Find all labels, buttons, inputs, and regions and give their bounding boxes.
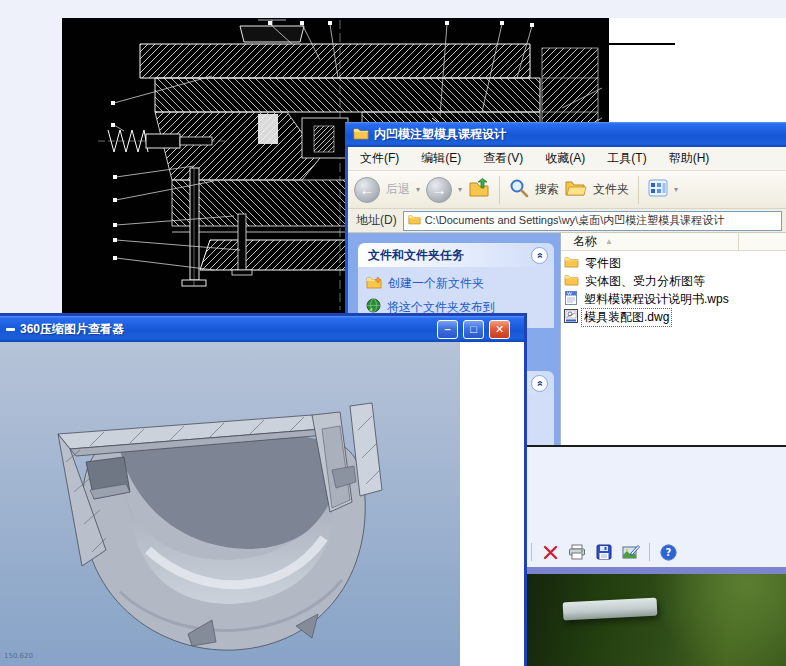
svg-text:?: ? xyxy=(665,547,671,558)
picture-viewer-toolbar: ? xyxy=(527,539,786,565)
file-tasks-header[interactable]: 文件和文件夹任务 » xyxy=(358,243,554,267)
folders-label[interactable]: 文件夹 xyxy=(593,181,629,198)
viewer-status-text: 150.620 xyxy=(4,652,33,660)
photo-object xyxy=(563,598,658,621)
name-column-header[interactable]: 名称 ▲ xyxy=(561,233,739,250)
viewer360-title: 360压缩图片查看器 xyxy=(20,321,432,338)
back-label: 后退 xyxy=(386,181,410,198)
viewer360-titlebar[interactable]: 360压缩图片查看器 – □ ✕ xyxy=(0,316,524,342)
new-folder-icon xyxy=(366,276,382,292)
viewer360-client: 150.620 xyxy=(0,342,524,666)
folder-icon xyxy=(564,256,579,271)
explorer-file-list: 名称 ▲ 零件图 实体图、受力分析图等 xyxy=(560,233,786,447)
explorer-title: 内凹模注塑模具课程设计 xyxy=(374,126,782,143)
file-tasks-title: 文件和文件夹任务 xyxy=(368,247,464,264)
address-path: C:\Documents and Settings\wy\桌面\内凹模注塑模具课… xyxy=(425,213,725,228)
picture-viewer-divider xyxy=(527,567,786,574)
menu-view[interactable]: 查看(V) xyxy=(483,150,523,167)
up-folder-button[interactable] xyxy=(468,178,490,201)
edit-image-button[interactable] xyxy=(622,543,640,561)
folders-icon[interactable] xyxy=(565,179,587,200)
wps-document-icon xyxy=(564,291,578,308)
address-label: 地址(D) xyxy=(356,212,397,229)
explorer-titlebar[interactable]: 内凹模注塑模具课程设计 xyxy=(345,122,786,147)
picture-viewer-window: ? xyxy=(527,445,786,666)
photo-content xyxy=(527,574,786,666)
folder-icon xyxy=(564,274,579,289)
dwg-drawing-icon xyxy=(564,309,578,326)
file-row-dwg-selected[interactable]: 模具装配图.dwg xyxy=(561,308,786,326)
back-dropdown-icon[interactable]: ▾ xyxy=(416,185,420,194)
toolbar-separator xyxy=(649,543,650,561)
menu-file[interactable]: 文件(F) xyxy=(360,150,399,167)
help-button[interactable]: ? xyxy=(659,543,677,561)
app-icon xyxy=(6,328,15,331)
search-icon[interactable] xyxy=(509,178,529,201)
back-button[interactable]: ← xyxy=(354,177,380,203)
close-button[interactable]: ✕ xyxy=(489,320,510,339)
menu-edit[interactable]: 编辑(E) xyxy=(421,150,461,167)
toolbar-separator xyxy=(499,176,500,204)
folder-icon xyxy=(353,127,369,143)
menu-help[interactable]: 帮助(H) xyxy=(669,150,710,167)
desktop: 内凹模注塑模具课程设计 文件(F) 编辑(E) 查看(V) 收藏(A) 工具(T… xyxy=(0,0,786,666)
file-list-header: 名称 ▲ xyxy=(561,233,786,251)
menu-tools[interactable]: 工具(T) xyxy=(607,150,646,167)
toolbar-separator xyxy=(638,176,639,204)
address-folder-icon xyxy=(408,214,421,227)
task-new-folder[interactable]: 创建一个新文件夹 xyxy=(366,275,550,292)
document-line xyxy=(609,43,675,45)
sort-ascending-icon: ▲ xyxy=(605,237,613,246)
explorer-toolbar: ← 后退 ▾ → ▾ 搜索 文件夹 ▾ xyxy=(348,171,786,209)
collapse-panel-button[interactable]: » xyxy=(531,247,548,264)
viewer360-window: 360压缩图片查看器 – □ ✕ xyxy=(0,313,527,666)
menu-favorites[interactable]: 收藏(A) xyxy=(545,150,585,167)
file-row-wps-doc[interactable]: 塑料模课程设计说明书.wps xyxy=(561,290,786,308)
print-button[interactable] xyxy=(568,543,586,561)
delete-button[interactable] xyxy=(541,543,559,561)
file-row-folder-2[interactable]: 实体图、受力分析图等 xyxy=(561,272,786,290)
address-input[interactable]: C:\Documents and Settings\wy\桌面\内凹模注塑模具课… xyxy=(403,211,782,231)
search-label[interactable]: 搜索 xyxy=(535,181,559,198)
maximize-button[interactable]: □ xyxy=(463,320,484,339)
explorer-menubar: 文件(F) 编辑(E) 查看(V) 收藏(A) 工具(T) 帮助(H) xyxy=(348,147,786,171)
background-document-window xyxy=(609,18,786,122)
file-row-folder-1[interactable]: 零件图 xyxy=(561,254,786,272)
views-dropdown-icon[interactable]: ▾ xyxy=(674,185,678,194)
forward-dropdown-icon[interactable]: ▾ xyxy=(458,185,462,194)
toolbar-separator xyxy=(531,543,532,561)
explorer-addressbar: 地址(D) C:\Documents and Settings\wy\桌面\内凹… xyxy=(348,209,786,233)
3d-model-image: 150.620 xyxy=(0,342,460,666)
save-button[interactable] xyxy=(595,543,613,561)
forward-button[interactable]: → xyxy=(426,177,452,203)
collapse-panel-button[interactable]: » xyxy=(531,375,548,392)
views-button[interactable] xyxy=(648,179,668,200)
task-new-folder-label: 创建一个新文件夹 xyxy=(388,275,484,292)
minimize-button[interactable]: – xyxy=(437,320,458,339)
